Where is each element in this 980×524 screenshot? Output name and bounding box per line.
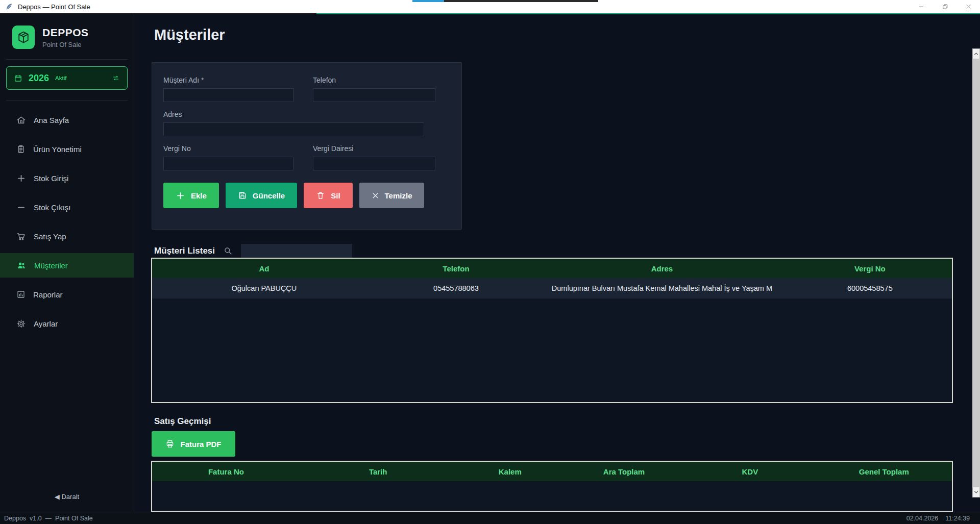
- sidebar-item-raporlar[interactable]: Raporlar: [0, 282, 134, 307]
- field-vergi-dairesi: Vergi Dairesi: [313, 144, 435, 170]
- statusbar-app-version: Deppos v1.0 — Point Of Sale: [4, 515, 93, 522]
- table-cell: Oğulcan PABUÇÇU: [152, 278, 376, 298]
- ekle-button[interactable]: Ekle: [163, 183, 219, 208]
- sil-button[interactable]: Sil: [304, 183, 352, 208]
- field-vergi-no: Vergi No: [163, 144, 293, 170]
- year-status-badge: Aktif: [55, 75, 66, 81]
- column-header[interactable]: Genel Toplam: [816, 462, 952, 481]
- sidebar-item-stok-girisi[interactable]: Stok Girişi: [0, 166, 134, 190]
- statusbar-time: 11:24:39: [945, 515, 970, 522]
- table-cell: 05455788063: [376, 278, 536, 298]
- clipboard-icon: [16, 144, 26, 154]
- app-window: Deppos — Point Of Sale DEPPOS Point Of S…: [0, 0, 980, 524]
- statusbar: Deppos v1.0 — Point Of Sale 02.04.2026 1…: [0, 512, 980, 524]
- collapse-button[interactable]: ◀ Daralt: [0, 493, 134, 501]
- statusbar-date: 02.04.2026: [906, 515, 939, 522]
- home-icon: [16, 115, 26, 125]
- field-musteri-adi: Müşteri Adı *: [163, 76, 293, 102]
- sidebar-item-label: Satış Yap: [34, 232, 66, 241]
- brand-name: DEPPOS: [42, 27, 89, 39]
- column-header[interactable]: Telefon: [376, 259, 536, 278]
- sidebar-item-label: Ayarlar: [34, 319, 58, 328]
- sidebar-item-label: Ana Sayfa: [34, 116, 69, 124]
- chart-icon: [16, 290, 26, 299]
- main-content: Müşteriler Müşteri Adı * Telefon Adres: [134, 14, 980, 512]
- sidebar-item-label: Ürün Yönetimi: [33, 145, 82, 154]
- search-input[interactable]: [241, 244, 352, 258]
- column-header[interactable]: Fatura No: [152, 462, 300, 481]
- collapse-label: Daralt: [61, 493, 79, 501]
- field-label: Vergi No: [163, 144, 293, 153]
- scroll-up-icon[interactable]: [972, 48, 980, 59]
- column-header[interactable]: Vergi No: [788, 259, 952, 278]
- vergi-no-input[interactable]: [163, 157, 293, 170]
- telefon-input[interactable]: [313, 88, 435, 102]
- top-strip-blue: [412, 0, 444, 2]
- window-title: Deppos — Point Of Sale: [18, 3, 90, 11]
- package-icon: [12, 26, 35, 49]
- brand-subtitle: Point Of Sale: [42, 41, 89, 48]
- column-header[interactable]: Ad: [152, 259, 376, 278]
- fatura-pdf-label: Fatura PDF: [180, 440, 221, 448]
- table-cell: 60005458575: [788, 278, 952, 298]
- column-header[interactable]: Kalem: [456, 462, 564, 481]
- sidebar: DEPPOS Point Of Sale 2026 Aktif Ana Sayf…: [0, 14, 134, 512]
- minus-icon: [16, 203, 26, 212]
- fatura-pdf-button[interactable]: Fatura PDF: [152, 431, 235, 457]
- column-header[interactable]: Ara Toplam: [564, 462, 684, 481]
- field-label: Adres: [163, 110, 450, 118]
- table-row[interactable]: Oğulcan PABUÇÇU05455788063Dumlupınar Bul…: [152, 278, 952, 298]
- sidebar-item-ayarlar[interactable]: Ayarlar: [0, 311, 134, 336]
- customer-list-header: Müşteri Listesi: [154, 244, 352, 258]
- restore-icon[interactable]: [933, 0, 957, 13]
- adres-input[interactable]: [163, 122, 424, 136]
- sidebar-item-label: Stok Çıkışı: [34, 203, 71, 212]
- close-icon[interactable]: [957, 0, 980, 13]
- calendar-icon: [14, 74, 22, 83]
- field-label: Müşteri Adı *: [163, 76, 293, 84]
- sidebar-item-label: Stok Girişi: [34, 174, 68, 183]
- g-ncelle-button[interactable]: Güncelle: [226, 183, 297, 208]
- field-label: Telefon: [313, 76, 435, 84]
- sidebar-item-urun-yonetimi[interactable]: Ürün Yönetimi: [0, 137, 134, 161]
- table-header-row: Fatura NoTarihKalemAra ToplamKDVGenel To…: [152, 462, 952, 481]
- button-label: Güncelle: [253, 191, 285, 200]
- top-strip-dark: [444, 0, 598, 2]
- year-selector[interactable]: 2026 Aktif: [6, 66, 128, 90]
- sales-table: Fatura NoTarihKalemAra ToplamKDVGenel To…: [151, 461, 953, 512]
- sidebar-divider: [6, 100, 128, 101]
- vergi-dairesi-input[interactable]: [313, 157, 435, 170]
- page-title: Müşteriler: [154, 27, 225, 43]
- sidebar-item-stok-cikisi[interactable]: Stok Çıkışı: [0, 195, 134, 219]
- swap-icon[interactable]: [112, 74, 120, 82]
- temizle-button[interactable]: Temizle: [359, 183, 425, 208]
- vertical-scrollbar[interactable]: [972, 48, 980, 497]
- customer-table: AdTelefonAdresVergi NoOğulcan PABUÇÇU054…: [151, 258, 953, 403]
- x-icon: [372, 192, 379, 199]
- sidebar-divider: [6, 59, 128, 60]
- sidebar-item-satis-yap[interactable]: Satış Yap: [0, 224, 134, 248]
- save-icon: [238, 191, 247, 200]
- table-cell: Dumlupınar Bulvarı Mustafa Kemal Mahalle…: [536, 278, 788, 298]
- plus-icon: [16, 173, 26, 183]
- sidebar-item-musteriler[interactable]: Müşteriler: [0, 253, 134, 278]
- gear-icon: [16, 319, 26, 329]
- customer-form: Müşteri Adı * Telefon Adres Vergi No: [152, 62, 462, 230]
- field-label: Vergi Dairesi: [313, 144, 435, 153]
- column-header[interactable]: Tarih: [300, 462, 456, 481]
- search-icon: [223, 246, 233, 256]
- plus-icon: [176, 191, 185, 201]
- column-header[interactable]: KDV: [684, 462, 816, 481]
- brand-text: DEPPOS Point Of Sale: [42, 27, 89, 48]
- button-label: Ekle: [191, 191, 207, 200]
- button-label: Temizle: [385, 191, 412, 200]
- minimize-icon[interactable]: [910, 0, 933, 13]
- sidebar-item-label: Müşteriler: [34, 261, 68, 270]
- printer-icon: [165, 439, 175, 448]
- sidebar-item-ana-sayfa[interactable]: Ana Sayfa: [0, 108, 134, 132]
- users-icon: [16, 260, 27, 270]
- musteri-adi-input[interactable]: [163, 88, 293, 102]
- brand: DEPPOS Point Of Sale: [0, 14, 134, 49]
- scroll-down-icon[interactable]: [972, 487, 980, 497]
- column-header[interactable]: Adres: [536, 259, 788, 278]
